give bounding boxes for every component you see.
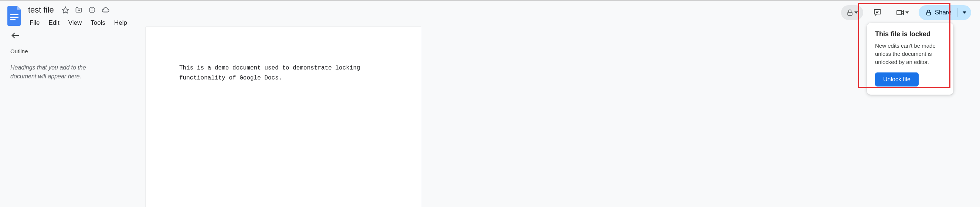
document-body: This is a demo document used to demonstr… — [179, 63, 388, 83]
document-page[interactable]: This is a demo document used to demonstr… — [146, 27, 421, 207]
info-icon[interactable] — [88, 6, 96, 14]
svg-rect-1 — [10, 17, 19, 18]
share-label: Share — [935, 9, 951, 16]
collapse-outline-button[interactable] — [10, 30, 22, 42]
app-header: test file File Edit View Tools Help — [0, 1, 980, 27]
lock-status-button[interactable] — [841, 5, 863, 20]
share-container: Share — [919, 5, 971, 20]
popover-body: New edits can't be made unless the docum… — [875, 42, 945, 66]
star-icon[interactable] — [61, 6, 70, 14]
docs-logo-icon[interactable] — [7, 6, 22, 26]
svg-rect-10 — [926, 12, 931, 15]
svg-rect-9 — [897, 10, 902, 15]
unlock-file-button[interactable]: Unlock file — [875, 72, 919, 86]
outline-title: Outline — [10, 48, 135, 54]
document-title[interactable]: test file — [26, 5, 56, 16]
popover-title: This file is locked — [875, 30, 945, 38]
share-button[interactable]: Share — [919, 5, 958, 20]
svg-rect-6 — [848, 12, 852, 15]
outline-sidebar: Outline Headings that you add to the doc… — [0, 27, 146, 207]
svg-rect-2 — [10, 19, 16, 20]
move-icon[interactable] — [75, 6, 83, 14]
lock-popover: This file is locked New edits can't be m… — [867, 23, 953, 95]
comments-button[interactable] — [869, 5, 886, 20]
share-dropdown[interactable] — [958, 5, 971, 20]
svg-point-5 — [92, 8, 92, 9]
outline-placeholder: Headings that you add to the document wi… — [10, 63, 99, 81]
meet-button[interactable] — [891, 5, 913, 20]
cloud-status-icon[interactable] — [101, 6, 110, 14]
svg-rect-0 — [10, 14, 19, 15]
